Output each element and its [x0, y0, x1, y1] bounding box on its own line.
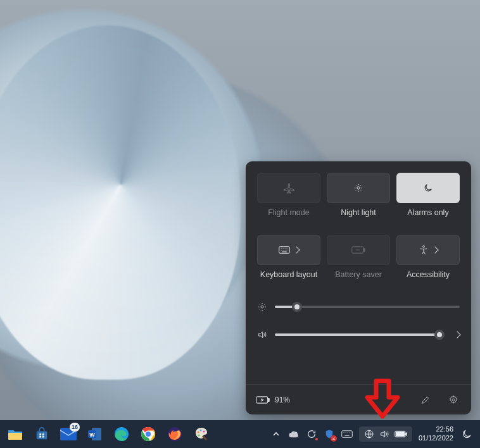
keyboard-layout-tile[interactable]: [257, 235, 320, 265]
svg-rect-27: [342, 431, 353, 438]
footer-actions: [418, 392, 461, 408]
svg-rect-30: [406, 433, 407, 436]
chevron-right-icon: [293, 246, 300, 253]
clock-date: 01/12/2022: [419, 434, 453, 443]
edit-quick-settings-button[interactable]: [418, 392, 433, 408]
night-light-icon: [353, 183, 363, 193]
svg-rect-7: [268, 398, 269, 401]
chevron-right-icon: [431, 246, 438, 253]
taskbar-clock[interactable]: 22:56 01/12/2022: [419, 425, 453, 443]
gear-icon: [448, 395, 458, 405]
volume-icon: [257, 330, 267, 340]
security-badge: 4: [331, 435, 337, 442]
input-indicator-icon[interactable]: [341, 428, 353, 440]
taskbar-pinned-apps: 16 W: [3, 425, 210, 443]
battery-status[interactable]: 91%: [256, 395, 290, 404]
network-tray-icon: [364, 429, 374, 439]
moon-icon: [423, 183, 433, 193]
brightness-slider[interactable]: [275, 306, 460, 308]
svg-rect-9: [37, 431, 47, 439]
svg-rect-12: [39, 436, 41, 438]
brightness-slider-row: [257, 302, 460, 312]
battery-saver-tile[interactable]: [327, 235, 390, 265]
taskbar: 16 W 4: [0, 420, 480, 448]
svg-rect-10: [39, 433, 41, 435]
tile-group-night-light: Night light: [327, 173, 390, 217]
tile-group-keyboard-layout: Keyboard layout: [257, 235, 320, 279]
pencil-icon: [420, 395, 431, 405]
svg-point-8: [452, 399, 455, 401]
volume-flyout-chevron-icon[interactable]: [453, 331, 460, 338]
tile-group-battery-saver: Battery saver: [327, 235, 390, 279]
tile-group-flight-mode: Flight mode: [257, 173, 320, 217]
svg-point-5: [261, 306, 263, 308]
battery-charging-icon: [256, 396, 270, 404]
svg-point-21: [146, 432, 151, 437]
svg-point-25: [203, 431, 205, 433]
accessibility-icon: [419, 245, 429, 255]
svg-text:W: W: [89, 432, 95, 438]
keyboard-icon: [279, 246, 290, 254]
battery-percent-text: 91%: [275, 395, 290, 404]
svg-rect-3: [363, 248, 365, 251]
quick-settings-footer: 91%: [246, 384, 471, 414]
mail-badge: 16: [70, 423, 80, 432]
volume-slider-row: [257, 330, 460, 340]
wallpaper-bloom: [0, 25, 241, 380]
svg-rect-31: [396, 432, 404, 436]
word-icon[interactable]: W: [86, 425, 104, 443]
keyboard-layout-label: Keyboard layout: [260, 270, 317, 279]
brightness-icon: [257, 302, 267, 312]
svg-point-0: [357, 187, 360, 189]
quick-settings-row-1: Flight mode Night light Alarms only: [257, 173, 460, 217]
accessibility-label: Accessibility: [407, 270, 450, 279]
quick-settings-row-2: Keyboard layout Battery saver Accessibil…: [257, 235, 460, 279]
svg-rect-1: [279, 247, 290, 254]
night-light-label: Night light: [341, 208, 376, 217]
taskbar-system-tray: 4 22:56 01/12/2022: [270, 425, 476, 443]
tile-group-accessibility: Accessibility: [396, 235, 460, 279]
svg-rect-13: [42, 436, 44, 438]
paint-icon[interactable]: [193, 425, 210, 443]
volume-slider[interactable]: [275, 333, 445, 336]
mail-icon[interactable]: 16: [60, 425, 77, 443]
edge-icon[interactable]: [113, 425, 130, 443]
alarms-only-tile[interactable]: [396, 173, 460, 203]
svg-point-4: [423, 246, 425, 247]
quick-settings-panel: Flight mode Night light Alarms only: [246, 161, 471, 414]
windows-update-tray-icon[interactable]: [306, 428, 317, 440]
svg-point-24: [200, 430, 202, 432]
onedrive-tray-icon[interactable]: [288, 428, 300, 440]
tray-overflow-chevron[interactable]: [270, 428, 282, 440]
battery-saver-icon: [351, 246, 365, 254]
svg-point-23: [198, 432, 199, 433]
volume-tray-icon: [379, 429, 389, 439]
firefox-icon[interactable]: [166, 425, 184, 443]
airplane-icon: [283, 182, 294, 194]
flight-mode-tile[interactable]: [257, 173, 320, 203]
file-explorer-icon[interactable]: [6, 425, 24, 443]
tile-group-alarms-only: Alarms only: [396, 173, 460, 217]
focus-assist-tray-icon[interactable]: [460, 428, 474, 440]
svg-point-26: [198, 435, 200, 437]
night-light-tile[interactable]: [327, 173, 390, 203]
svg-rect-11: [42, 433, 44, 435]
alarms-only-label: Alarms only: [407, 208, 448, 217]
battery-tray-icon: [395, 430, 407, 438]
microsoft-store-icon[interactable]: [33, 425, 51, 443]
battery-saver-label: Battery saver: [335, 270, 382, 279]
open-settings-button[interactable]: [446, 392, 461, 408]
flight-mode-label: Flight mode: [268, 208, 309, 217]
quick-settings-tray-cluster[interactable]: [359, 426, 412, 442]
security-tray-icon[interactable]: 4: [324, 428, 335, 440]
accessibility-tile[interactable]: [396, 235, 460, 265]
chrome-icon[interactable]: [139, 425, 157, 443]
clock-time: 22:56: [419, 425, 453, 434]
